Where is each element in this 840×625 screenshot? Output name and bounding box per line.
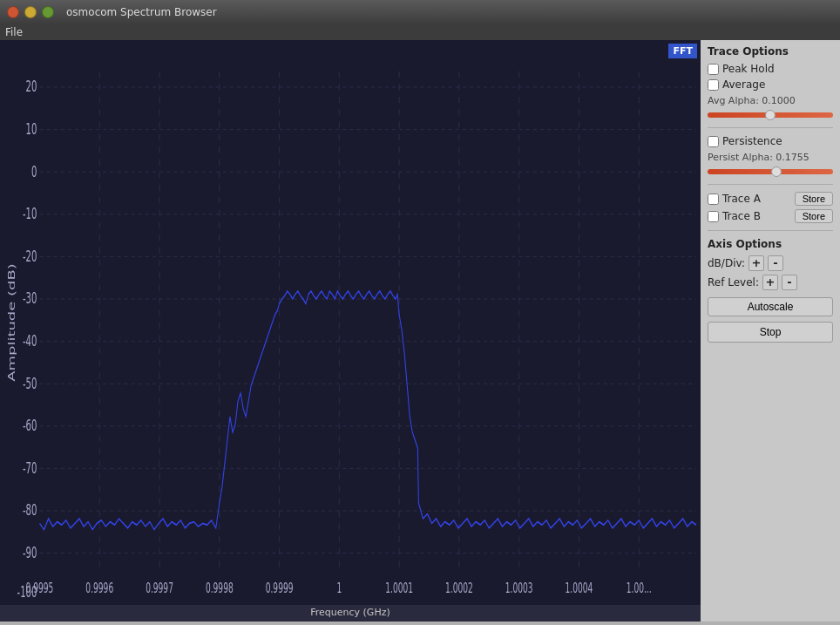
- svg-text:20: 20: [26, 77, 37, 95]
- svg-text:1.00...: 1.00...: [627, 580, 652, 595]
- svg-text:-20: -20: [23, 247, 37, 265]
- axis-options-title: Axis Options: [708, 238, 833, 250]
- minimize-button[interactable]: [24, 6, 37, 18]
- persist-alpha-slider[interactable]: [708, 169, 833, 174]
- persistence-label: Persistence: [722, 135, 782, 147]
- chart-xlabel: Frequency (GHz): [0, 605, 701, 622]
- trace-b-checkbox[interactable]: [708, 211, 719, 222]
- avg-alpha-label: Avg Alpha: 0.1000: [708, 95, 833, 106]
- bottom-panel: Center Frequency Center Frequency (Hz): …: [0, 622, 840, 625]
- svg-text:-50: -50: [23, 373, 37, 391]
- right-panel: Trace Options Peak Hold Average Avg Alph…: [701, 40, 840, 622]
- db-div-label: dB/Div:: [708, 257, 745, 269]
- svg-text:1.0003: 1.0003: [505, 580, 533, 595]
- peak-hold-row: Peak Hold: [708, 63, 833, 75]
- ref-level-row: Ref Level: + -: [708, 275, 833, 290]
- ref-level-label: Ref Level:: [708, 276, 759, 289]
- spectrum-chart: 20 10 0 -10 -20 -30 -40 -50 -60 -70 -80 …: [0, 40, 701, 605]
- trace-options-title: Trace Options: [708, 45, 833, 58]
- center-freq-section-header: Center Frequency: [0, 622, 840, 625]
- average-label: Average: [722, 78, 765, 91]
- autoscale-button[interactable]: Autoscale: [708, 297, 833, 316]
- maximize-button[interactable]: [42, 6, 54, 18]
- trace-a-label: Trace A: [722, 193, 761, 205]
- svg-text:1.0002: 1.0002: [445, 580, 473, 595]
- svg-text:1: 1: [336, 580, 342, 595]
- trace-b-row: Trace B Store: [708, 209, 833, 223]
- svg-text:0.9996: 0.9996: [85, 580, 113, 595]
- menu-file[interactable]: File: [5, 26, 23, 38]
- svg-text:0.9998: 0.9998: [206, 580, 234, 595]
- peak-hold-checkbox[interactable]: [708, 64, 719, 75]
- persistence-row: Persistence: [708, 135, 833, 147]
- trace-a-checkbox[interactable]: [708, 194, 719, 205]
- main-area: FFT: [0, 40, 840, 622]
- svg-text:1.0001: 1.0001: [385, 580, 413, 595]
- chart-panel: FFT: [0, 40, 701, 622]
- trace-b-label: Trace B: [722, 210, 761, 222]
- svg-text:0.9999: 0.9999: [266, 580, 294, 595]
- persist-alpha-label: Persist Alpha: 0.1755: [708, 152, 833, 163]
- svg-text:10: 10: [26, 119, 37, 138]
- svg-text:0.9997: 0.9997: [146, 580, 173, 595]
- persistence-checkbox[interactable]: [708, 136, 719, 147]
- stop-button[interactable]: Stop: [708, 322, 833, 343]
- db-div-row: dB/Div: + -: [708, 255, 833, 271]
- window-title: osmocom Spectrum Browser: [66, 6, 217, 18]
- svg-text:1.0004: 1.0004: [566, 580, 593, 595]
- db-div-plus-button[interactable]: +: [749, 255, 764, 271]
- svg-text:-80: -80: [23, 500, 37, 519]
- menubar: File: [0, 24, 840, 40]
- peak-hold-label: Peak Hold: [722, 63, 775, 75]
- svg-text:Amplitude (dB): Amplitude (dB): [6, 263, 17, 382]
- svg-text:-10: -10: [23, 204, 37, 222]
- average-checkbox[interactable]: [708, 79, 719, 91]
- trace-a-store-button[interactable]: Store: [795, 192, 833, 206]
- svg-rect-0: [0, 40, 701, 605]
- svg-text:-40: -40: [23, 331, 37, 350]
- average-row: Average: [708, 78, 833, 91]
- ref-level-plus-button[interactable]: +: [762, 275, 778, 290]
- chart-container: FFT: [0, 40, 701, 605]
- trace-a-row: Trace A Store: [708, 192, 833, 206]
- fft-badge: FFT: [668, 44, 697, 58]
- ref-level-minus-button[interactable]: -: [782, 275, 797, 290]
- svg-text:-90: -90: [23, 543, 37, 561]
- trace-b-store-button[interactable]: Store: [795, 209, 833, 223]
- avg-alpha-slider[interactable]: [708, 112, 833, 118]
- svg-text:-60: -60: [23, 416, 37, 434]
- divider-2: [708, 184, 833, 185]
- divider-1: [708, 127, 833, 128]
- db-div-minus-button[interactable]: -: [768, 255, 783, 271]
- svg-text:-30: -30: [23, 289, 37, 307]
- svg-text:-70: -70: [23, 459, 37, 477]
- svg-text:0: 0: [31, 161, 37, 180]
- divider-3: [708, 230, 833, 231]
- titlebar: osmocom Spectrum Browser: [0, 0, 840, 24]
- close-button[interactable]: [7, 6, 19, 18]
- svg-text:0.9995: 0.9995: [26, 580, 54, 595]
